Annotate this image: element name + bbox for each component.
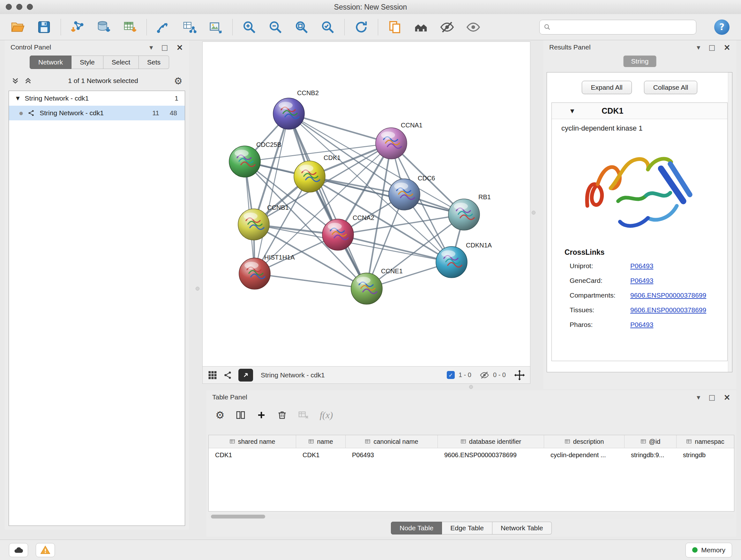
panel-menu-icon[interactable]: ▾ [697, 44, 700, 51]
grid-view-icon[interactable] [208, 370, 217, 380]
memory-button[interactable]: Memory [685, 543, 732, 557]
panel-close-icon[interactable]: × [176, 43, 183, 52]
network-canvas[interactable]: CCNB2CCNA1CDC25BCDK1CDC6RB1CCNB1CCNA2CDK… [203, 42, 530, 366]
add-column-icon[interactable] [257, 410, 266, 420]
zoom-in-button[interactable] [240, 17, 259, 37]
panel-menu-icon[interactable]: ▾ [697, 393, 700, 401]
export-image-button[interactable] [206, 17, 225, 37]
zoom-selected-button[interactable] [318, 17, 337, 37]
table-network-button[interactable] [180, 17, 199, 37]
help-button[interactable]: ? [714, 19, 730, 35]
network-share-icon[interactable] [223, 370, 232, 380]
compartments-link[interactable]: 9606.ENSP00000378699 [630, 292, 706, 299]
delete-column-trash-icon[interactable] [277, 410, 287, 420]
pharos-link[interactable]: P06493 [630, 321, 653, 328]
import-table-file-button[interactable] [120, 17, 139, 37]
network-options-gear-icon[interactable]: ⚙ [174, 75, 183, 86]
table-options-gear-icon[interactable]: ⚙ [215, 409, 225, 421]
column-header-name[interactable]: name [296, 435, 346, 448]
hide-details-button[interactable] [437, 17, 457, 37]
table-horizontal-scrollbar[interactable] [208, 514, 734, 519]
panel-float-icon[interactable]: □ [709, 393, 715, 401]
network-edge[interactable] [289, 114, 367, 289]
search-input[interactable] [554, 23, 692, 31]
uniprot-link[interactable]: P06493 [630, 262, 653, 270]
panel-resize-handle[interactable] [532, 211, 536, 214]
column-header-id[interactable]: @id [624, 435, 677, 448]
collapse-all-icon[interactable] [11, 77, 19, 85]
tissues-link[interactable]: 9606.ENSP00000378699 [630, 306, 706, 314]
network-node-CCNA1[interactable]: CCNA1 [376, 122, 422, 159]
network-row-selected[interactable]: ● String Network - cdk1 11 48 [9, 106, 185, 120]
panel-float-icon[interactable]: □ [709, 44, 715, 51]
network-arrows-button[interactable] [154, 17, 173, 37]
network-edge[interactable] [255, 273, 367, 289]
tab-node-table[interactable]: Node Table [391, 522, 442, 535]
tree-expand-icon[interactable]: ▼ [16, 96, 20, 101]
show-columns-icon[interactable] [235, 410, 246, 420]
column-header-database-identifier[interactable]: database identifier [438, 435, 544, 448]
network-edge[interactable] [338, 235, 452, 262]
scrollbar-thumb[interactable] [211, 515, 265, 518]
network-share-icon [27, 109, 35, 117]
zoom-fit-button[interactable] [292, 17, 311, 37]
tab-select[interactable]: Select [104, 56, 139, 69]
save-session-button[interactable] [35, 17, 54, 37]
network-node-HIST1H1A[interactable]: HIST1H1A [239, 254, 295, 289]
panel-close-icon[interactable]: × [724, 392, 731, 402]
main-toolbar: ? [0, 14, 741, 40]
section-collapse-icon[interactable]: ▼ [570, 108, 574, 114]
panel-float-icon[interactable]: □ [161, 44, 168, 51]
import-network-file-button[interactable] [68, 17, 87, 37]
network-node-CCNB2[interactable]: CCNB2 [273, 89, 319, 129]
gene-description: cyclin-dependent kinase 1 [561, 124, 727, 132]
tab-sets[interactable]: Sets [139, 56, 169, 69]
column-header-canonical-name[interactable]: canonical name [346, 435, 438, 448]
collapse-all-button[interactable]: Collapse All [644, 81, 697, 94]
window-title: Session: New Session [0, 0, 741, 14]
results-scrollbar[interactable] [728, 72, 732, 372]
tab-network[interactable]: Network [30, 56, 71, 69]
refresh-network-button[interactable] [352, 17, 371, 37]
panel-close-icon[interactable]: × [724, 43, 731, 52]
expand-all-button[interactable]: Expand All [582, 81, 632, 94]
import-network-database-button[interactable] [94, 17, 113, 37]
network-node-CCNB1[interactable]: CCNB1 [238, 204, 289, 240]
help-question-mark: ? [719, 22, 724, 32]
network-edge[interactable] [255, 114, 289, 273]
detach-view-button[interactable] [239, 369, 253, 381]
memory-label: Memory [701, 546, 725, 554]
cloud-status-button[interactable] [9, 543, 28, 557]
genecard-link[interactable]: P06493 [630, 277, 653, 285]
network-node-RB1[interactable]: RB1 [448, 193, 491, 230]
show-details-button[interactable] [464, 17, 483, 37]
table-row[interactable]: CDK1 CDK1 P06493 9606.ENSP00000378699 cy… [209, 448, 734, 462]
tab-style[interactable]: Style [71, 56, 104, 69]
network-collection-row[interactable]: ▼ String Network - cdk1 1 [9, 91, 185, 106]
tab-network-table[interactable]: Network Table [492, 522, 552, 535]
panel-menu-icon[interactable]: ▾ [149, 44, 153, 51]
string-results-tab[interactable]: String [623, 56, 657, 67]
move-crosshair-icon[interactable] [514, 370, 525, 381]
expand-all-icon[interactable] [24, 77, 32, 85]
function-builder-button[interactable]: f(x) [320, 410, 333, 421]
zoom-out-button[interactable] [266, 17, 285, 37]
warnings-button[interactable] [36, 543, 55, 557]
column-header-namespace[interactable]: namespac [677, 435, 734, 448]
column-header-shared-name[interactable]: shared name [209, 435, 296, 448]
network-node-CDK1[interactable]: CDK1 [294, 154, 340, 192]
tab-edge-table[interactable]: Edge Table [442, 522, 492, 535]
selected-checkbox[interactable]: ✓ [447, 371, 455, 379]
column-header-description[interactable]: description [544, 435, 624, 448]
network-node-CDC6[interactable]: CDC6 [389, 175, 435, 210]
network-edge[interactable] [289, 114, 391, 143]
open-session-button[interactable] [8, 17, 27, 37]
external-arrow-icon [242, 371, 250, 379]
network-view: CCNB2CCNA1CDC25BCDK1CDC6RB1CCNB1CCNA2CDK… [202, 42, 530, 367]
clone-network-button[interactable] [385, 17, 404, 37]
home-button[interactable] [411, 17, 430, 37]
panel-resize-handle[interactable] [469, 385, 473, 389]
application-window: Session: New Session [0, 0, 741, 560]
panel-resize-handle[interactable] [196, 287, 199, 291]
hidden-eye-slash-icon[interactable] [480, 370, 489, 380]
